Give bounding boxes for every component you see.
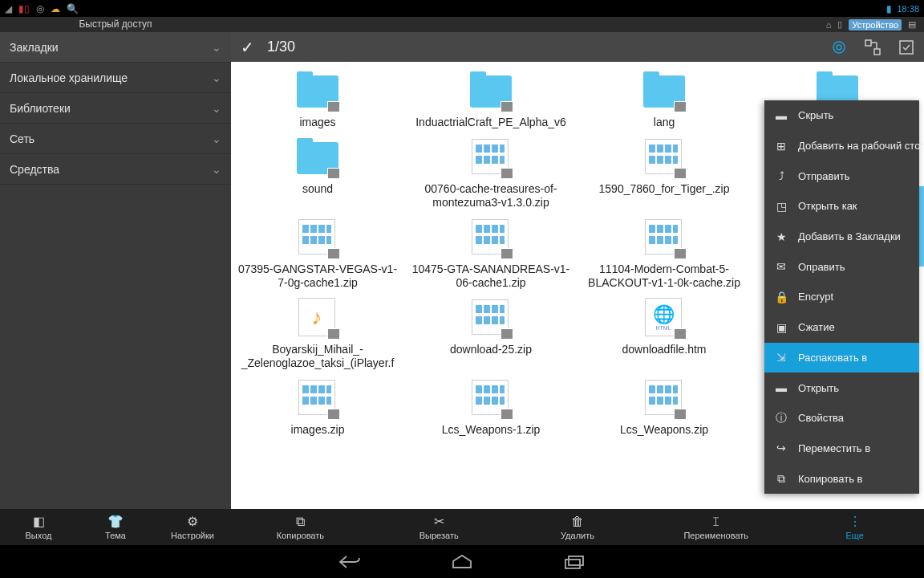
- file-item[interactable]: sound: [231, 136, 404, 210]
- toolbar-cut-button[interactable]: ✂Вырезать: [370, 509, 509, 545]
- ctx-item-info[interactable]: ⓘСвойства: [764, 403, 919, 434]
- zip-icon: [468, 136, 513, 181]
- ctx-item-share[interactable]: ⤴Отправить: [764, 161, 919, 191]
- selection-header: ✓ 1/30: [231, 32, 924, 62]
- svg-rect-8: [569, 556, 583, 565]
- sidebar-item-bookmarks[interactable]: Закладки ⌄: [0, 32, 231, 63]
- toolbar-theme-button[interactable]: 👕Тема: [77, 509, 154, 545]
- music-icon: ♪: [295, 296, 340, 341]
- copy-icon: ⧉: [296, 515, 305, 529]
- file-item[interactable]: Lcs_Weapons.zip: [578, 377, 751, 437]
- file-item[interactable]: Lcs_Weapons-1.zip: [404, 377, 578, 437]
- folder-icon: [295, 69, 340, 114]
- ctx-item-lock[interactable]: 🔒Encrypt: [764, 282, 919, 312]
- toolbar-rename-button[interactable]: 𝙸Переименовать: [646, 509, 785, 545]
- file-item[interactable]: 10475-GTA-SANANDREAS-v1-06-cache1.zip: [404, 216, 578, 290]
- search-icon: 🔍: [67, 3, 79, 14]
- ctx-item-send[interactable]: ✉Оправить: [764, 251, 919, 282]
- toolbar-copy-button[interactable]: ⧉Копировать: [231, 509, 370, 545]
- add-icon: ⊞: [774, 140, 788, 153]
- breadcrumb-chip[interactable]: Устройство: [849, 19, 902, 31]
- extract-icon: ⇲: [774, 351, 788, 364]
- sidebar-item-local[interactable]: Локальное хранилище ⌄: [0, 63, 231, 93]
- sidebar: Закладки ⌄ Локальное хранилище ⌄ Библиот…: [0, 32, 231, 509]
- file-label: InduactrialCraft_PE_Alpha_v6: [415, 116, 566, 129]
- toolbar-label: Удалить: [561, 531, 594, 540]
- file-item[interactable]: 11104-Modern-Combat-5-BLACKOUT-v1-1-0k-c…: [578, 216, 751, 290]
- toolbar-settings-button[interactable]: ⚙Настройки: [154, 509, 231, 545]
- file-item[interactable]: images.zip: [231, 377, 404, 437]
- chevron-down-icon: ⌄: [212, 132, 221, 145]
- properties-icon[interactable]: [831, 39, 847, 55]
- chevron-right-icon: ▯: [837, 19, 842, 30]
- file-item[interactable]: images: [231, 69, 404, 129]
- exit-icon: ◧: [33, 515, 45, 529]
- file-item[interactable]: InduactrialCraft_PE_Alpha_v6: [404, 69, 578, 129]
- ctx-label: Encrypt: [798, 291, 833, 303]
- ctx-label: Скрыть: [798, 109, 833, 121]
- info-icon: ⓘ: [774, 411, 788, 425]
- sidebar-item-libraries[interactable]: Библиотеки ⌄: [0, 93, 231, 124]
- home-button[interactable]: [450, 554, 474, 570]
- ctx-item-extract[interactable]: ⇲Распаковать в: [764, 343, 919, 373]
- status-right: ▮ 18:38: [886, 3, 919, 14]
- status-bar: ◢ ▮▯ ◎ ☁ 🔍 ▮ 18:38: [0, 0, 924, 17]
- file-item[interactable]: download-25.zip: [404, 296, 578, 370]
- sidebar-item-label: Локальное хранилище: [10, 71, 128, 84]
- folder-icon: [468, 69, 513, 114]
- zip-icon: [468, 216, 513, 261]
- file-label: download-25.zip: [450, 343, 532, 356]
- sd-icon[interactable]: ▤: [908, 19, 916, 30]
- toolbar-label: Настройки: [171, 531, 214, 540]
- rename-icon: 𝙸: [711, 515, 720, 529]
- ctx-item-folder[interactable]: ▬Скрыть: [764, 100, 919, 131]
- toolbar-label: Переименовать: [683, 531, 748, 540]
- group-icon[interactable]: [865, 39, 881, 55]
- file-item[interactable]: 🌐HTML downloadfile.htm: [578, 296, 751, 370]
- ctx-label: Добавить на рабочий стол: [798, 140, 924, 152]
- quick-access-label: Быстрый доступ: [0, 17, 231, 32]
- star-icon: ★: [774, 230, 788, 243]
- theme-icon: 👕: [107, 515, 124, 529]
- file-label: downloadfile.htm: [622, 343, 706, 356]
- zip-icon: [642, 377, 687, 421]
- sidebar-item-label: Закладки: [10, 41, 59, 54]
- toolbar-exit-button[interactable]: ◧Выход: [0, 509, 77, 545]
- ctx-item-open-as[interactable]: ◳Открыть как: [764, 191, 919, 222]
- sidebar-item-label: Средства: [10, 163, 59, 176]
- ctx-label: Свойства: [798, 412, 844, 424]
- chevron-down-icon: ⌄: [212, 71, 221, 84]
- toolbar-more-button[interactable]: ⋮Еще: [785, 509, 924, 545]
- selection-counter: 1/30: [267, 39, 295, 55]
- html-icon: 🌐HTML: [642, 296, 687, 341]
- file-item[interactable]: ♪ Boyarskij_Mihail_-_Zelenoglazoe_taksi_…: [231, 296, 404, 370]
- home-icon[interactable]: ⌂: [826, 20, 832, 30]
- check-icon[interactable]: ✓: [241, 38, 254, 57]
- toolbar-delete-button[interactable]: 🗑Удалить: [509, 509, 647, 545]
- file-label: 00760-cache-treasures-of-montezuma3-v1.3…: [411, 182, 571, 210]
- file-item[interactable]: lang: [578, 69, 751, 129]
- ctx-item-add[interactable]: ⊞Добавить на рабочий стол: [764, 131, 919, 161]
- ctx-item-move[interactable]: ↪Переместить в: [764, 434, 919, 464]
- recent-button[interactable]: [562, 554, 586, 570]
- ctx-item-star[interactable]: ★Добавить в Закладки: [764, 222, 919, 252]
- move-icon: ↪: [774, 442, 788, 454]
- ctx-item-folder-open[interactable]: ▬Открыть: [764, 372, 919, 403]
- select-all-icon[interactable]: [898, 39, 914, 55]
- svg-point-1: [837, 45, 841, 50]
- context-menu: ▬Скрыть⊞Добавить на рабочий стол⤴Отправи…: [764, 100, 919, 494]
- sidebar-item-network[interactable]: Сеть ⌄: [0, 124, 231, 154]
- file-item[interactable]: 1590_7860_for_Tiger_.zip: [578, 136, 751, 210]
- back-button[interactable]: [338, 554, 362, 570]
- ctx-item-copy[interactable]: ⧉Копировать в: [764, 463, 919, 494]
- svg-rect-7: [565, 560, 580, 568]
- folder-icon: ▬: [774, 109, 788, 122]
- target-icon: ◎: [36, 3, 44, 14]
- file-label: 10475-GTA-SANANDREAS-v1-06-cache1.zip: [411, 263, 571, 290]
- zip-icon: [642, 216, 687, 261]
- ctx-item-compress[interactable]: ▣Сжатие: [764, 312, 919, 343]
- file-item[interactable]: 07395-GANGSTAR-VEGAS-v1-7-0g-cache1.zip: [231, 216, 404, 290]
- file-item[interactable]: 00760-cache-treasures-of-montezuma3-v1.3…: [404, 136, 578, 210]
- sidebar-item-tools[interactable]: Средства ⌄: [0, 154, 231, 185]
- folder-icon: [642, 69, 687, 114]
